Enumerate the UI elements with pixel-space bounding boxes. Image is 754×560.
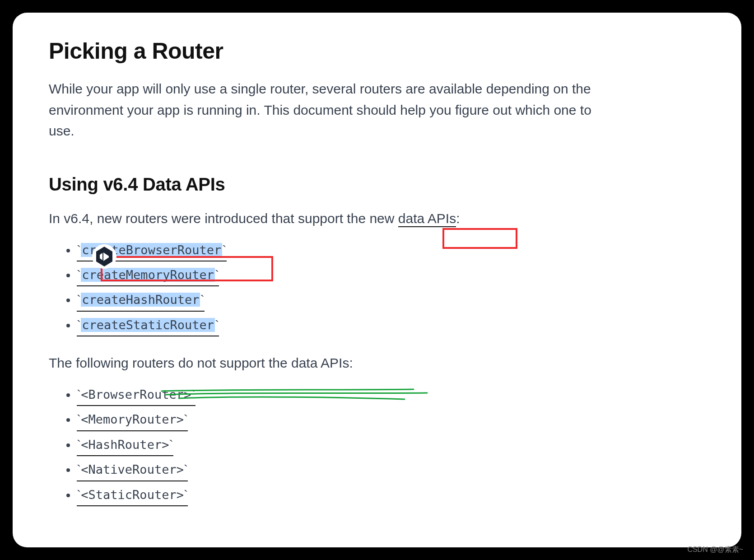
- list-item: `<BrowserRouter>`: [77, 385, 705, 406]
- router-link[interactable]: <BrowserRouter>: [81, 387, 191, 401]
- watermark-text: CSDN @@素素~: [687, 545, 743, 555]
- list-item: `createMemoryRouter`: [77, 265, 705, 286]
- router-link[interactable]: <MemoryRouter>: [81, 412, 184, 426]
- page-title: Picking a Router: [49, 38, 705, 64]
- router-link[interactable]: createStaticRouter: [81, 318, 215, 332]
- router-link[interactable]: <HashRouter>: [81, 438, 169, 452]
- list-item: `<NativeRouter>`: [77, 460, 705, 481]
- list-item: `<MemoryRouter>`: [77, 410, 705, 431]
- router-link[interactable]: createHashRouter: [81, 293, 200, 307]
- section-intro: In v6.4, new routers were introduced tha…: [49, 208, 705, 229]
- router-link[interactable]: <StaticRouter>: [81, 488, 184, 502]
- document-card: Picking a Router While your app will onl…: [13, 13, 741, 547]
- list-item: `createBrowserRouter`: [77, 240, 705, 261]
- data-apis-link[interactable]: data APIs: [398, 211, 456, 227]
- list-item: `createHashRouter`: [77, 290, 705, 311]
- section-heading: Using v6.4 Data APIs: [49, 174, 705, 195]
- list-item: `createStaticRouter`: [77, 315, 705, 336]
- section-intro-colon: :: [456, 211, 460, 226]
- router-link[interactable]: createMemoryRouter: [81, 268, 215, 282]
- intro-paragraph: While your app will only use a single ro…: [49, 79, 618, 142]
- unsupported-intro: The following routers do not support the…: [49, 353, 705, 373]
- list-item: `<StaticRouter>`: [77, 485, 705, 506]
- hex-badge-icon: [92, 244, 117, 269]
- section-intro-text: In v6.4, new routers were introduced tha…: [49, 211, 398, 226]
- supported-routers-list: `createBrowserRouter` `createMemoryRoute…: [49, 240, 705, 337]
- unsupported-routers-list: `<BrowserRouter>` `<MemoryRouter>` `<Has…: [49, 385, 705, 506]
- list-item: `<HashRouter>`: [77, 435, 705, 456]
- router-link[interactable]: <NativeRouter>: [81, 462, 184, 476]
